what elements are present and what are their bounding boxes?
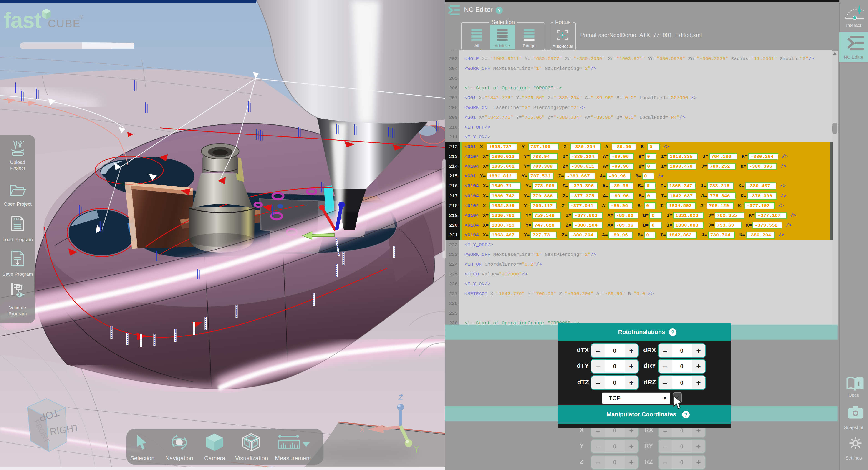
svg-text:fast: fast <box>4 8 41 33</box>
svg-text:®: ® <box>80 14 83 20</box>
svg-text:i: i <box>858 379 860 387</box>
svg-text:PRG: PRG <box>14 218 19 221</box>
svg-text:CUBE: CUBE <box>48 17 81 30</box>
